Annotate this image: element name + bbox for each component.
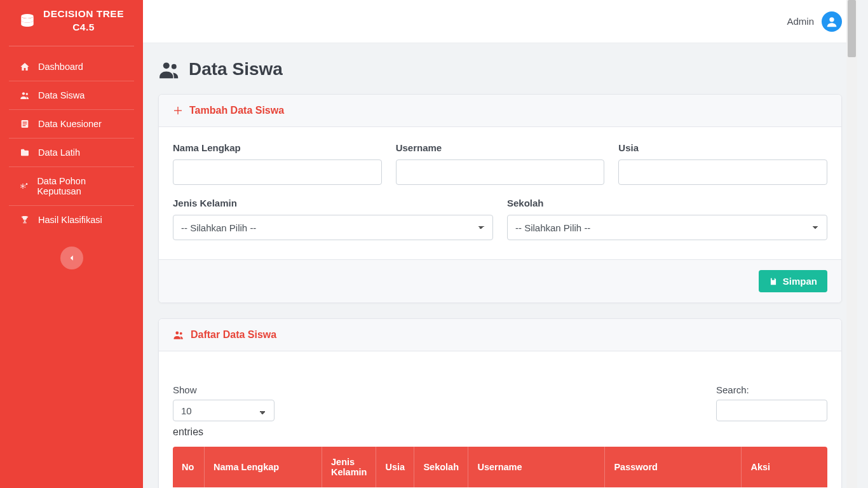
table-length-control: Show 10 entries [173, 384, 275, 438]
brand[interactable]: DECISION TREE C4.5 [9, 0, 134, 46]
sidebar-item-data-siswa[interactable]: Data Siswa [9, 81, 134, 110]
page-title-text: Data Siswa [189, 59, 283, 79]
user-menu[interactable]: Admin [787, 11, 842, 32]
data-table: No Nama Lengkap Jenis Kelamin Usia Sekol… [173, 447, 827, 487]
trophy-icon [19, 215, 31, 225]
users-icon [173, 329, 184, 341]
sidebar-item-label: Data Kuesioner [38, 119, 102, 129]
sidebar-item-data-pohon[interactable]: Data Pohon Keputusan [9, 167, 134, 206]
select-jenis-kelamin[interactable]: -- Silahkan Pilih -- [173, 215, 493, 240]
length-after-label: entries [173, 426, 275, 438]
label-jenis-kelamin: Jenis Kelamin [173, 198, 493, 208]
svg-point-0 [21, 14, 34, 18]
chevron-left-icon [67, 254, 76, 262]
page-title: Data Siswa [158, 58, 842, 80]
list-card-title: Daftar Data Siswa [191, 329, 276, 341]
save-icon [769, 277, 778, 286]
folder-icon [19, 147, 31, 158]
sidebar-nav: Dashboard Data Siswa Data Kuesioner Data… [0, 46, 143, 234]
sidebar-item-label: Dashboard [38, 62, 83, 72]
form-card: Tambah Data Siswa Nama Lengkap Username [158, 94, 842, 303]
svg-point-11 [172, 64, 177, 69]
list-card-header: Daftar Data Siswa [159, 319, 841, 351]
svg-rect-4 [23, 122, 27, 123]
search-input[interactable] [716, 400, 827, 421]
svg-rect-5 [23, 123, 27, 124]
sidebar-item-label: Hasil Klasifikasi [38, 215, 102, 225]
th-aksi[interactable]: Aksi [742, 447, 827, 487]
label-usia: Usia [618, 142, 827, 153]
th-username[interactable]: Username [468, 447, 605, 487]
database-icon [18, 11, 37, 30]
brand-name: DECISION TREE C4.5 [42, 8, 125, 34]
list-card: Daftar Data Siswa Show 10 entries [158, 318, 842, 488]
svg-point-10 [163, 62, 170, 69]
th-sekolah[interactable]: Sekolah [414, 447, 468, 487]
sidebar-item-data-latih[interactable]: Data Latih [9, 139, 134, 167]
svg-point-13 [180, 332, 182, 335]
svg-point-7 [22, 185, 24, 187]
length-before-label: Show [173, 384, 197, 395]
sidebar-item-data-kuesioner[interactable]: Data Kuesioner [9, 110, 134, 139]
home-icon [19, 62, 31, 72]
label-sekolah: Sekolah [507, 198, 827, 208]
main: Admin Data Siswa Tambah Data Siswa [143, 0, 857, 488]
select-sekolah[interactable]: -- Silahkan Pilih -- [507, 215, 827, 240]
input-nama-lengkap[interactable] [173, 159, 382, 185]
sidebar-collapse-button[interactable] [60, 247, 83, 269]
th-no[interactable]: No [173, 447, 205, 487]
label-username: Username [396, 142, 605, 153]
search-label: Search: [716, 384, 749, 395]
svg-point-12 [175, 332, 179, 335]
svg-point-2 [26, 93, 28, 95]
users-icon [158, 58, 180, 80]
cogs-icon [19, 181, 29, 191]
list-icon [19, 119, 31, 129]
content: Data Siswa Tambah Data Siswa Nama Lengka… [143, 43, 857, 488]
user-avatar-icon [822, 11, 842, 32]
users-icon [19, 90, 31, 100]
input-usia[interactable] [618, 159, 827, 185]
sidebar-item-label: Data Latih [38, 147, 80, 158]
user-name: Admin [787, 16, 814, 27]
sidebar-item-hasil[interactable]: Hasil Klasifikasi [9, 206, 134, 234]
svg-point-8 [26, 183, 28, 185]
sidebar-item-dashboard[interactable]: Dashboard [9, 53, 134, 81]
input-username[interactable] [396, 159, 605, 185]
sidebar: DECISION TREE C4.5 Dashboard Data Siswa … [0, 0, 143, 488]
form-card-header: Tambah Data Siswa [159, 95, 841, 127]
svg-rect-6 [23, 125, 26, 126]
label-nama: Nama Lengkap [173, 142, 382, 153]
th-usia[interactable]: Usia [376, 447, 414, 487]
save-button-label: Simpan [783, 276, 817, 287]
plus-icon [173, 105, 183, 116]
table-search-control: Search: [716, 384, 827, 421]
sidebar-item-label: Data Siswa [38, 90, 85, 100]
th-jk[interactable]: Jenis Kelamin [322, 447, 376, 487]
select-page-length[interactable]: 10 [173, 400, 275, 421]
browser-scrollbar[interactable] [846, 0, 857, 488]
svg-point-1 [22, 92, 25, 95]
save-button[interactable]: Simpan [759, 270, 827, 292]
sidebar-item-label: Data Pohon Keputusan [37, 176, 124, 196]
th-nama[interactable]: Nama Lengkap [205, 447, 322, 487]
form-card-title: Tambah Data Siswa [189, 105, 284, 116]
svg-point-9 [829, 17, 834, 22]
topbar: Admin [143, 0, 857, 43]
th-password[interactable]: Password [605, 447, 742, 487]
